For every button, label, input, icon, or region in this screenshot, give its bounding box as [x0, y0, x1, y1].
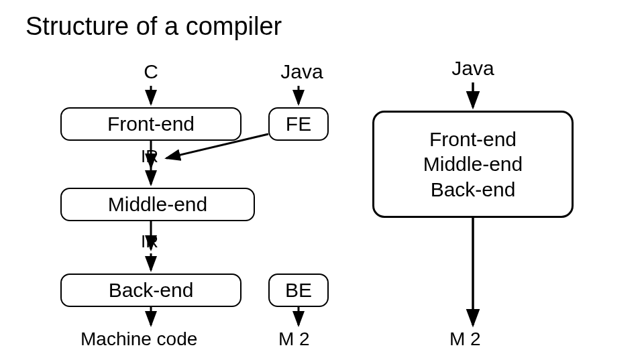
- label-machine-code: Machine code: [80, 328, 197, 350]
- combined-line1: Front-end: [429, 127, 517, 152]
- page-title: Structure of a compiler: [25, 12, 282, 41]
- label-java-left: Java: [275, 60, 329, 83]
- box-be: BE: [268, 274, 329, 307]
- label-m2-left: M 2: [278, 328, 310, 350]
- label-ir1: IR: [141, 146, 158, 167]
- label-c: C: [138, 60, 164, 83]
- label-m2-right: M 2: [449, 328, 481, 350]
- combined-line3: Back-end: [431, 177, 516, 202]
- label-ir2: IR: [141, 231, 158, 252]
- box-middleend: Middle-end: [60, 188, 255, 221]
- label-java-right: Java: [446, 57, 500, 80]
- box-fe: FE: [268, 107, 329, 141]
- combined-line2: Middle-end: [423, 152, 523, 177]
- box-frontend: Front-end: [60, 107, 241, 141]
- box-combined: Front-end Middle-end Back-end: [372, 111, 574, 218]
- box-backend: Back-end: [60, 274, 241, 307]
